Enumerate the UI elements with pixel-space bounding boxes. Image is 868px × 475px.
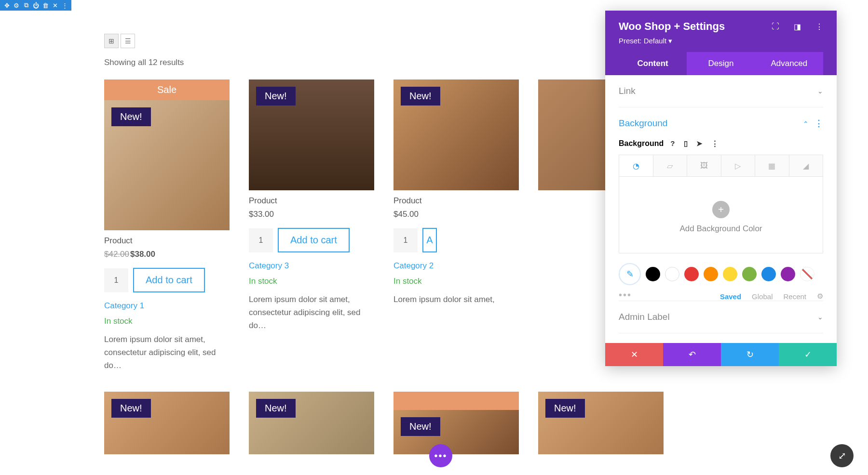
product-image[interactable]: New! <box>249 392 374 454</box>
palette-filters: Saved Global Recent ⚙ <box>720 292 823 301</box>
panel-undo-button[interactable]: ↶ <box>663 343 721 366</box>
trash-icon[interactable]: 🗑 <box>41 0 50 10</box>
grid-view-button[interactable]: ⊞ <box>104 34 119 48</box>
filter-global[interactable]: Global <box>752 292 773 301</box>
product-image[interactable]: New! <box>393 79 519 190</box>
bg-video-tab[interactable]: ▷ <box>721 155 756 176</box>
section-admin-label: Admin Label ⌄ <box>619 301 823 333</box>
product-image[interactable]: New! <box>538 392 664 454</box>
panel-more-icon[interactable]: ⋮ <box>815 22 823 31</box>
add-to-cart-button[interactable]: A <box>422 228 437 252</box>
product-category[interactable]: Category 1 <box>104 301 230 311</box>
background-label: Background <box>619 139 664 148</box>
product-title[interactable]: Product <box>249 196 374 206</box>
new-badge: New! <box>401 87 440 106</box>
bg-image-tab[interactable]: 🖼 <box>687 155 721 176</box>
expand-icon[interactable]: ⛶ <box>772 22 779 31</box>
add-to-cart-button[interactable]: Add to cart <box>133 268 205 292</box>
swatch-white[interactable] <box>665 267 679 281</box>
product-price: $33.00 <box>249 210 374 219</box>
chevron-up-icon: ⌃ <box>803 120 809 128</box>
fab-menu-button[interactable]: ••• <box>429 444 452 467</box>
product-description: Lorem ipsum dolor sit amet, <box>393 293 519 306</box>
filter-settings-icon[interactable]: ⚙ <box>817 292 823 301</box>
product-image[interactable]: New! <box>393 410 519 454</box>
add-to-cart-button[interactable]: Add to cart <box>278 228 350 252</box>
sale-badge <box>393 392 519 410</box>
quantity-input[interactable] <box>393 228 418 252</box>
swatch-blue[interactable] <box>761 267 776 281</box>
filter-saved[interactable]: Saved <box>720 292 741 301</box>
chevron-down-icon: ⌄ <box>817 87 823 95</box>
product-card: New! Product $33.00 Add to cart Category… <box>249 79 374 372</box>
bg-color-tab[interactable]: ◔ <box>619 155 653 176</box>
panel-footer: ✕ ↶ ↻ ✓ <box>605 343 837 366</box>
settings-icon[interactable]: ⚙ <box>12 0 21 10</box>
sale-badge: Sale <box>104 79 230 100</box>
panel-redo-button[interactable]: ↻ <box>721 343 779 366</box>
stock-status: In stock <box>393 277 519 286</box>
new-badge: New! <box>545 399 585 418</box>
product-category[interactable]: Category 3 <box>249 261 374 271</box>
product-title[interactable]: Product <box>104 236 230 246</box>
new-badge: New! <box>256 87 296 106</box>
product-image[interactable]: New! <box>104 100 230 230</box>
duplicate-icon[interactable]: ⧉ <box>21 0 31 10</box>
product-card: New! <box>538 392 664 454</box>
panel-save-button[interactable]: ✓ <box>779 343 837 366</box>
bg-mask-tab[interactable]: ◢ <box>789 155 823 176</box>
close-icon[interactable]: ✕ <box>50 0 60 10</box>
bg-color-content: + Add Background Color <box>619 177 823 253</box>
section-toggle[interactable]: Background ⌃⋮ <box>619 107 823 139</box>
product-price: $45.00 <box>393 210 519 219</box>
product-card: New! <box>104 392 230 454</box>
tab-content[interactable]: Content <box>619 52 687 75</box>
section-toggle[interactable]: Link ⌄ <box>619 75 823 107</box>
mobile-icon[interactable]: ▯ <box>684 139 688 148</box>
filter-recent[interactable]: Recent <box>783 292 806 301</box>
swatch-red[interactable] <box>684 267 699 281</box>
tab-advanced[interactable]: Advanced <box>755 52 823 75</box>
eyedropper-icon[interactable]: ✎ <box>619 263 641 285</box>
hover-icon[interactable]: ➤ <box>696 139 703 148</box>
panel-close-button[interactable]: ✕ <box>605 343 663 366</box>
section-toggle[interactable]: Admin Label ⌄ <box>619 301 823 333</box>
swatch-black[interactable] <box>646 267 660 281</box>
list-view-button[interactable]: ☰ <box>121 34 135 48</box>
snap-icon[interactable]: ◨ <box>794 22 801 31</box>
bg-pattern-tab[interactable]: ▦ <box>755 155 789 176</box>
swatch-none[interactable] <box>800 267 814 281</box>
stock-status: In stock <box>249 277 374 286</box>
product-card: New! <box>249 392 374 454</box>
product-image[interactable]: New! <box>249 79 374 190</box>
power-icon[interactable]: ⏻ <box>31 0 41 10</box>
swatch-green[interactable] <box>742 267 757 281</box>
new-badge: New! <box>401 417 440 436</box>
add-bg-color-button[interactable]: + <box>712 201 730 218</box>
product-price: $42.00$38.00 <box>104 250 230 259</box>
quantity-input[interactable] <box>104 268 128 292</box>
fab-expand-button[interactable]: ⤢ <box>830 444 854 467</box>
panel-tabs: Content Design Advanced <box>619 52 823 75</box>
preset-selector[interactable]: Preset: Default ▾ <box>619 37 823 52</box>
move-icon[interactable]: ✥ <box>2 0 12 10</box>
product-category[interactable]: Category 2 <box>393 261 519 271</box>
more-swatches-icon[interactable]: ••• <box>619 290 632 301</box>
quantity-input[interactable] <box>249 228 273 252</box>
product-description: Lorem ipsum dolor sit amet, consectetur … <box>104 333 230 372</box>
swatch-orange[interactable] <box>704 267 718 281</box>
help-icon[interactable]: ? <box>670 139 675 148</box>
product-description: Lorem ipsum dolor sit amet, consectetur … <box>249 293 374 332</box>
product-card: New! <box>393 392 519 454</box>
tab-design[interactable]: Design <box>687 52 755 75</box>
product-title[interactable]: Product <box>393 196 519 206</box>
swatch-purple[interactable] <box>781 267 795 281</box>
panel-title: Woo Shop + Settings <box>619 20 725 33</box>
bg-gradient-tab[interactable]: ▱ <box>653 155 688 176</box>
section-menu-icon[interactable]: ⋮ <box>814 119 823 128</box>
product-image[interactable]: New! <box>104 392 230 454</box>
swatch-yellow[interactable] <box>723 267 737 281</box>
section-link: Link ⌄ <box>619 75 823 107</box>
options-icon[interactable]: ⋮ <box>711 139 719 148</box>
more-icon[interactable]: ⋮ <box>60 0 69 10</box>
